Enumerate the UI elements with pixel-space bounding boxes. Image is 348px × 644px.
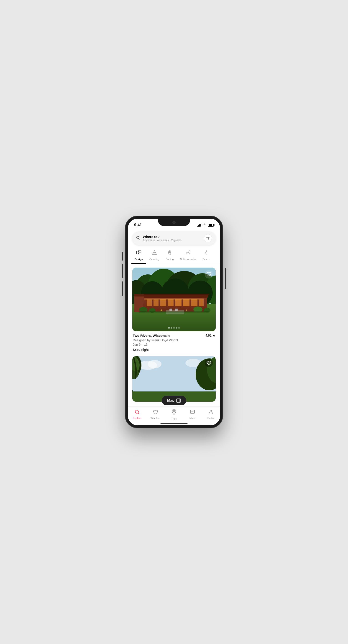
desert-icon: [204, 250, 209, 257]
home-indicator: [160, 423, 188, 424]
profile-icon: [208, 409, 214, 416]
nav-inbox[interactable]: Inbox: [185, 409, 200, 420]
nav-trips[interactable]: Trips: [167, 409, 181, 420]
tab-surfing[interactable]: Surfing: [162, 248, 177, 264]
svg-rect-34: [144, 298, 204, 300]
nav-inbox-label: Inbox: [190, 417, 196, 420]
map-label: Map: [167, 398, 174, 402]
dot-4: [176, 327, 177, 328]
svg-rect-56: [176, 399, 180, 402]
status-icons: [197, 223, 214, 227]
svg-rect-38: [170, 308, 172, 311]
filter-button[interactable]: [204, 234, 212, 242]
surfing-icon: [167, 250, 173, 257]
svg-point-60: [173, 410, 174, 412]
camera: [172, 221, 176, 224]
tab-camping-label: Camping: [150, 258, 160, 260]
map-button[interactable]: Map: [162, 396, 186, 405]
svg-rect-26: [147, 300, 152, 306]
scroll-content: Two Rivers, Wisconsin 4.91 ★ Designed by…: [128, 264, 220, 406]
svg-rect-27: [154, 300, 158, 306]
tab-national-parks[interactable]: National parks: [177, 248, 199, 264]
national-parks-icon: [185, 250, 191, 257]
listing-description: Designed by Frank Lloyd Wright: [133, 338, 215, 343]
listing-dates: Jun 6 – 13: [133, 343, 215, 346]
svg-rect-33: [199, 300, 204, 306]
listing-image-2: [132, 356, 216, 402]
dot-2: [171, 327, 172, 328]
svg-rect-36: [134, 294, 144, 296]
svg-point-45: [186, 310, 187, 311]
star-icon: ★: [212, 334, 215, 337]
svg-point-4: [208, 238, 209, 239]
listing-price: $569 night: [133, 348, 215, 352]
tab-design[interactable]: Design: [132, 248, 146, 264]
notch: [158, 218, 190, 226]
nav-explore-label: Explore: [133, 417, 141, 420]
nav-trips-label: Trips: [171, 417, 177, 420]
wishlists-icon: [153, 409, 158, 416]
svg-point-49: [148, 360, 162, 368]
listing-image-1: [132, 268, 216, 331]
svg-rect-25: [140, 294, 209, 295]
dot-1: [168, 327, 170, 328]
dot-5: [178, 327, 180, 328]
svg-rect-7: [139, 253, 141, 254]
inbox-icon: [190, 409, 195, 416]
volume-silent-button[interactable]: [122, 252, 123, 260]
nav-explore[interactable]: Explore: [130, 409, 144, 420]
signal-icon: [197, 224, 201, 226]
listing-info-1: Two Rivers, Wisconsin 4.91 ★ Designed by…: [132, 331, 216, 352]
listing-card-1[interactable]: Two Rivers, Wisconsin 4.91 ★ Designed by…: [132, 268, 216, 352]
tab-camping[interactable]: Camping: [146, 248, 162, 264]
explore-icon: [134, 409, 140, 416]
map-button-container: Map: [162, 396, 186, 405]
tab-national-parks-label: National parks: [180, 258, 196, 260]
search-container: Where to? Anywhere · Any week · 2 guests: [128, 230, 220, 248]
battery-icon: [208, 224, 214, 226]
price-value: $569: [133, 348, 140, 352]
search-icon: [136, 236, 140, 241]
svg-rect-5: [136, 251, 138, 254]
tab-surfing-label: Surfing: [166, 258, 174, 260]
volume-down-button[interactable]: [122, 282, 123, 296]
wishlist-button-1[interactable]: [205, 270, 213, 278]
price-unit: night: [142, 348, 149, 352]
volume-up-button[interactable]: [122, 264, 123, 278]
wishlist-button-2[interactable]: [205, 359, 213, 367]
search-sub-text: Anywhere · Any week · 2 guests: [143, 239, 201, 242]
tab-desert-label: Dese...: [202, 258, 210, 260]
trips-icon: [171, 409, 177, 416]
nav-wishlists[interactable]: Wishlists: [148, 409, 163, 420]
phone-screen: 9:41: [128, 218, 220, 426]
svg-rect-39: [175, 308, 178, 311]
svg-rect-6: [139, 250, 141, 252]
search-bar[interactable]: Where to? Anywhere · Any week · 2 guests: [132, 231, 216, 245]
search-main-text: Where to?: [143, 235, 201, 239]
svg-rect-46: [139, 311, 209, 313]
camping-icon: [152, 250, 157, 257]
listing-rating: 4.91 ★: [206, 334, 215, 337]
status-time: 9:41: [134, 223, 142, 227]
svg-point-61: [210, 410, 212, 412]
dot-3: [173, 327, 175, 328]
listing-top-row: Two Rivers, Wisconsin 4.91 ★: [133, 334, 215, 338]
svg-rect-35: [134, 296, 144, 303]
search-text-area: Where to? Anywhere · Any week · 2 guests: [143, 235, 201, 242]
design-icon: [136, 250, 142, 257]
svg-point-10: [189, 251, 190, 252]
phone-frame: 9:41: [125, 216, 223, 428]
svg-point-3: [207, 237, 208, 238]
tab-desert[interactable]: Dese...: [199, 248, 214, 264]
image-dots: [168, 327, 180, 328]
wifi-icon: [202, 223, 206, 227]
nav-wishlists-label: Wishlists: [150, 417, 160, 420]
tab-design-label: Design: [134, 258, 143, 260]
power-button[interactable]: [225, 268, 226, 289]
nav-profile-label: Profile: [208, 417, 214, 420]
nav-profile[interactable]: Profile: [204, 409, 218, 420]
listing-location: Two Rivers, Wisconsin: [133, 334, 170, 338]
category-tabs: Design Camping: [128, 248, 220, 264]
rating-value: 4.91: [206, 334, 212, 337]
listing-card-2[interactable]: [132, 356, 216, 402]
